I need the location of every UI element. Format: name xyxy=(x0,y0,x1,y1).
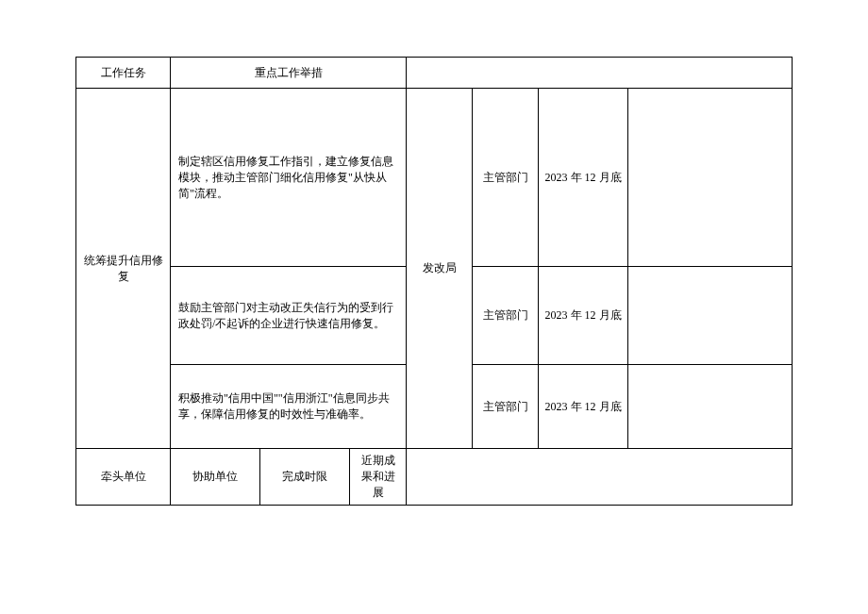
task-cell: 统筹提升信用修复 xyxy=(76,89,171,449)
measure-cell: 制定辖区信用修复工作指引，建立修复信息模块，推动主管部门细化信用修复"从快从简"… xyxy=(171,89,407,267)
footer-progress: 近期成果和进展 xyxy=(350,449,406,505)
assist-unit-cell: 主管部门 xyxy=(473,267,539,365)
footer-spacer xyxy=(407,449,793,506)
deadline-cell: 2023 年 12 月底 xyxy=(539,267,628,365)
footer-header-row: 牵头单位 协助单位 完成时限 近期成果和进展 xyxy=(76,449,793,506)
progress-cell xyxy=(628,365,793,449)
progress-cell xyxy=(628,89,793,267)
header-task: 工作任务 xyxy=(76,58,171,89)
header-measures: 重点工作举措 xyxy=(171,58,407,89)
header-spacer xyxy=(407,58,793,89)
measure-cell: 积极推动"信用中国""信用浙江"信息同步共享，保障信用修复的时效性与准确率。 xyxy=(171,365,407,449)
table-row: 统筹提升信用修复 制定辖区信用修复工作指引，建立修复信息模块，推动主管部门细化信… xyxy=(76,89,793,267)
deadline-cell: 2023 年 12 月底 xyxy=(539,365,628,449)
footer-lead-unit: 牵头单位 xyxy=(76,449,171,506)
lead-unit-cell: 发改局 xyxy=(407,89,473,449)
table-header-row: 工作任务 重点工作举措 xyxy=(76,58,793,89)
deadline-cell: 2023 年 12 月底 xyxy=(539,89,628,267)
assist-unit-cell: 主管部门 xyxy=(473,89,539,267)
work-plan-table: 工作任务 重点工作举措 统筹提升信用修复 制定辖区信用修复工作指引，建立修复信息… xyxy=(75,57,793,506)
footer-deadline: 完成时限 xyxy=(260,449,350,505)
footer-assist-unit: 协助单位 xyxy=(171,449,260,505)
measure-cell: 鼓励主管部门对主动改正失信行为的受到行政处罚/不起诉的企业进行快速信用修复。 xyxy=(171,267,407,365)
assist-unit-cell: 主管部门 xyxy=(473,365,539,449)
progress-cell xyxy=(628,267,793,365)
